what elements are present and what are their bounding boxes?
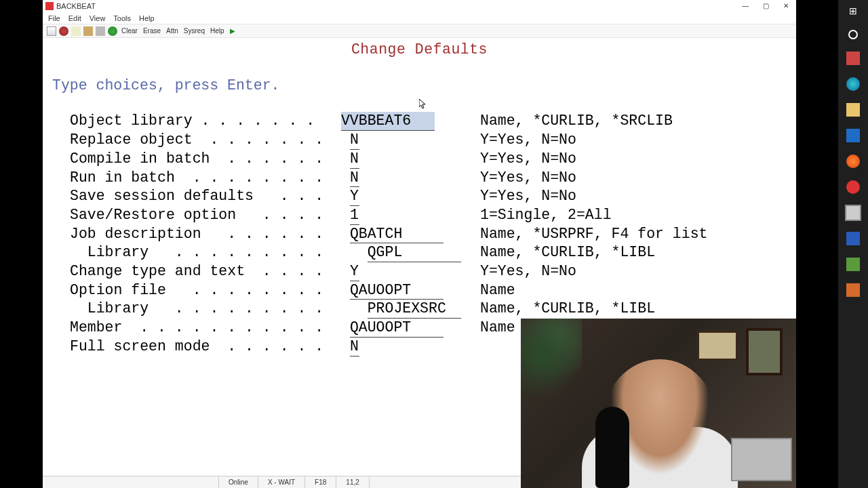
field-label: Compile in batch . . . . . . <box>70 150 350 169</box>
menu-view[interactable]: View <box>90 14 106 22</box>
field-row: Run in batch . . . . . . . . NY=Yes, N=N… <box>70 169 796 188</box>
field-label: Job description . . . . . . <box>70 225 350 244</box>
screen-title: Change Defaults <box>43 38 796 59</box>
status-fkey: F18 <box>305 476 336 488</box>
field-row: Change type and text . . . . YY=Yes, N=N… <box>70 262 796 281</box>
status-online: Online <box>219 476 258 488</box>
field-label: Library . . . . . . . . . <box>70 300 368 319</box>
field-label: Object library . . . . . . . <box>70 112 341 131</box>
field-row: Library . . . . . . . . . PROJEXSRCName,… <box>70 300 796 319</box>
field-row: Save/Restore option . . . . 11=Single, 2… <box>70 206 796 225</box>
field-input[interactable]: Y <box>350 187 359 206</box>
field-row: Replace object . . . . . . . NY=Yes, N=N… <box>70 131 796 150</box>
field-row: Job description . . . . . . QBATCHName, … <box>70 225 796 244</box>
field-hint: Y=Yes, N=No <box>480 187 576 205</box>
field-label: Change type and text . . . . <box>70 262 350 281</box>
field-input[interactable]: Y <box>350 262 359 281</box>
field-hint: Name, *CURLIB, *LIBL <box>480 300 655 318</box>
toolbar-clear[interactable]: Clear <box>120 27 139 35</box>
globe-icon[interactable] <box>59 26 68 36</box>
refresh-icon[interactable] <box>108 26 117 36</box>
outlook-icon[interactable] <box>846 129 860 142</box>
field-input[interactable]: N <box>350 338 359 357</box>
field-hint: Name, *CURLIB, *SRCLIB <box>480 112 673 130</box>
explorer-icon[interactable] <box>846 103 860 117</box>
field-input[interactable]: N <box>350 150 359 169</box>
field-row: Library . . . . . . . . . QGPLName, *CUR… <box>70 243 796 262</box>
field-hint: Name, *USRPRF, F4 for list <box>480 225 707 243</box>
toolbar-help[interactable]: Help <box>209 27 226 35</box>
toolbar-erase[interactable]: Erase <box>142 27 162 35</box>
field-row: Save session defaults . . . YY=Yes, N=No <box>70 187 796 206</box>
field-label: Run in batch . . . . . . . . <box>70 169 350 188</box>
field-hint: Y=Yes, N=No <box>480 131 576 149</box>
field-label: Option file . . . . . . . . <box>70 281 350 300</box>
field-label: Replace object . . . . . . . <box>70 131 350 150</box>
app-icon <box>45 2 54 10</box>
print-icon[interactable] <box>96 26 105 36</box>
field-input[interactable]: N <box>350 131 359 150</box>
field-input[interactable]: QAUOOPT <box>350 281 443 300</box>
field-hint: Y=Yes, N=No <box>480 262 576 281</box>
toolbar-attn[interactable]: Attn <box>165 27 180 35</box>
toolbar-sysreq[interactable]: Sysreq <box>182 27 206 35</box>
toolbar: Clear Erase Attn Sysreq Help ▶ <box>43 24 796 38</box>
field-input[interactable]: QBATCH <box>350 225 443 244</box>
field-input[interactable]: 1 <box>350 206 359 225</box>
windows-start-icon[interactable]: ⊞ <box>846 4 860 18</box>
window-title: BACKBEAT <box>56 2 96 10</box>
screen-prompt: Type choices, press Enter. <box>43 77 796 95</box>
paste-icon[interactable] <box>83 26 93 36</box>
terminal-taskbar-icon[interactable] <box>846 206 860 220</box>
menu-file[interactable]: File <box>48 14 60 22</box>
webcam-overlay <box>521 319 796 488</box>
field-row: Compile in batch . . . . . . NY=Yes, N=N… <box>70 150 796 169</box>
app-icon-green[interactable] <box>846 258 860 271</box>
new-icon[interactable] <box>47 26 56 36</box>
field-hint: Name, *CURLIB, *LIBL <box>480 243 655 262</box>
field-label: Save/Restore option . . . . <box>70 206 350 225</box>
field-hint: Name <box>480 281 515 300</box>
close-button[interactable]: ✕ <box>776 0 796 11</box>
field-row: Object library . . . . . . . VVBBEAT6Nam… <box>70 112 796 131</box>
app-icon-1[interactable] <box>846 52 860 65</box>
word-icon[interactable] <box>846 232 860 245</box>
field-input[interactable]: N <box>350 169 359 188</box>
menu-tools[interactable]: Tools <box>113 14 131 22</box>
field-row: Option file . . . . . . . . QAUOOPTName <box>70 281 796 300</box>
copy-icon[interactable] <box>71 26 81 36</box>
status-wait: X - WAIT <box>258 476 305 488</box>
field-hint: Y=Yes, N=No <box>480 150 576 168</box>
minimize-button[interactable]: ― <box>735 0 755 11</box>
play-icon[interactable]: ▶ <box>229 27 237 35</box>
field-label: Member . . . . . . . . . . . <box>70 319 350 338</box>
field-input[interactable]: QGPL <box>368 243 461 262</box>
firefox-icon[interactable] <box>846 155 860 168</box>
menubar: File Edit View Tools Help <box>43 12 796 24</box>
field-label: Library . . . . . . . . . <box>70 243 368 262</box>
field-input[interactable]: VVBBEAT6 <box>341 112 435 131</box>
field-label: Save session defaults . . . <box>70 187 350 206</box>
field-input[interactable]: QAUOOPT <box>350 319 443 338</box>
menu-edit[interactable]: Edit <box>68 14 81 22</box>
cortana-circle-icon[interactable] <box>848 30 858 39</box>
status-pos: 11,2 <box>336 476 369 488</box>
field-hint: Name <box>480 319 515 337</box>
app-icon-orange[interactable] <box>846 283 860 297</box>
opera-icon[interactable] <box>846 180 860 194</box>
field-label: Full screen mode . . . . . . <box>70 338 350 357</box>
field-hint: Y=Yes, N=No <box>480 169 576 187</box>
edge-icon[interactable] <box>846 77 860 91</box>
field-input[interactable]: PROJEXSRC <box>368 300 461 319</box>
field-hint: 1=Single, 2=All <box>480 206 612 224</box>
windows-taskbar-right: ⊞ <box>838 0 868 488</box>
titlebar: BACKBEAT ― ▢ ✕ <box>43 0 796 12</box>
maximize-button[interactable]: ▢ <box>755 0 776 11</box>
menu-help[interactable]: Help <box>139 14 155 22</box>
